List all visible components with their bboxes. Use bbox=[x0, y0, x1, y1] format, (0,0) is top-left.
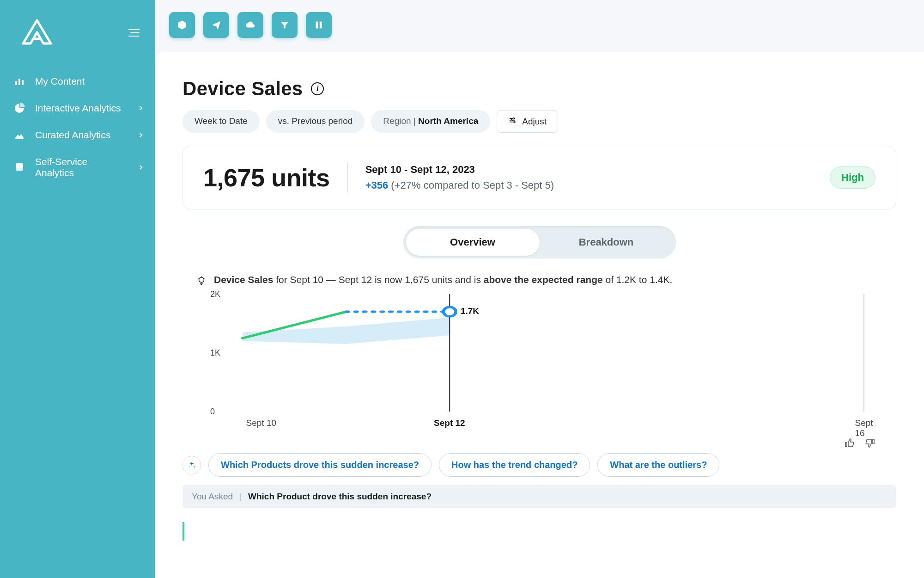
logo bbox=[20, 18, 54, 48]
answer-indent bbox=[182, 522, 896, 541]
chip-label: vs. Previous period bbox=[278, 116, 353, 126]
suggestion-chip[interactable]: What are the outliers? bbox=[597, 453, 719, 477]
content: Device Sales i Week to Date vs. Previous… bbox=[155, 52, 924, 578]
sidebar: My Content Interactive Analytics Curated… bbox=[0, 0, 155, 578]
chevron-right-icon bbox=[138, 162, 144, 173]
toolbar-send-button[interactable] bbox=[203, 12, 229, 38]
toolbar bbox=[155, 0, 924, 52]
suggestion-row: Which Products drove this sudden increas… bbox=[182, 453, 896, 477]
nav-label: My Content bbox=[35, 76, 85, 87]
y-tick: 1K bbox=[210, 348, 220, 358]
database-icon bbox=[14, 162, 25, 173]
you-asked-bar: You Asked | Which Product drove this sud… bbox=[182, 485, 896, 508]
pie-chart-icon bbox=[14, 103, 25, 114]
kpi-card: 1,675 units Sept 10 - Sept 12, 2023 +356… bbox=[182, 146, 896, 209]
sidebar-header bbox=[11, 18, 144, 48]
x-axis: Sept 10 Sept 12 Sept 16 bbox=[243, 418, 864, 429]
svg-rect-1 bbox=[18, 79, 20, 85]
tab-overview[interactable]: Overview bbox=[406, 229, 540, 256]
suggestion-chip[interactable]: How has the trend changed? bbox=[439, 453, 590, 477]
nav-label: Interactive Analytics bbox=[35, 103, 121, 114]
x-tick: Sept 16 bbox=[855, 418, 873, 438]
sliders-icon bbox=[508, 116, 517, 127]
toolbar-cloud-button[interactable] bbox=[237, 12, 263, 38]
chip-prefix: Region bbox=[383, 116, 411, 126]
kpi-value: 1,675 units bbox=[203, 163, 330, 192]
nav: My Content Interactive Analytics Curated… bbox=[11, 76, 144, 178]
feedback-row bbox=[182, 437, 896, 453]
tab-breakdown[interactable]: Breakdown bbox=[540, 229, 673, 256]
tab-switch: Overview Breakdown bbox=[403, 226, 676, 258]
adjust-label: Adjust bbox=[522, 117, 547, 127]
menu-toggle-icon[interactable] bbox=[128, 29, 140, 37]
chevron-right-icon bbox=[138, 103, 144, 114]
svg-rect-2 bbox=[22, 80, 24, 85]
svg-point-8 bbox=[514, 121, 515, 123]
main: Device Sales i Week to Date vs. Previous… bbox=[155, 0, 924, 578]
chip-region[interactable]: Region | North America bbox=[371, 110, 490, 133]
kpi-date-range: Sept 10 - Sept 12, 2023 bbox=[365, 162, 554, 178]
y-tick: 2K bbox=[210, 289, 220, 299]
ai-sparkle-button[interactable] bbox=[182, 456, 201, 474]
chart-annotation: 1.7K bbox=[461, 306, 479, 316]
sidebar-item-self-service-analytics[interactable]: Self-Service Analytics bbox=[14, 156, 144, 178]
toolbar-filter-button[interactable] bbox=[272, 12, 298, 38]
you-asked-label: You Asked bbox=[192, 492, 233, 502]
chip-compare[interactable]: vs. Previous period bbox=[266, 110, 365, 133]
svg-point-7 bbox=[511, 120, 512, 121]
lightbulb-icon bbox=[196, 276, 207, 286]
nav-label: Self-Service Analytics bbox=[35, 156, 128, 178]
svg-point-6 bbox=[513, 118, 515, 119]
toolbar-columns-button[interactable] bbox=[306, 12, 332, 38]
kpi-delta-sub: (+27% compared to Sept 3 - Sept 5) bbox=[391, 179, 554, 191]
chart-svg bbox=[243, 294, 864, 412]
kpi-detail: Sept 10 - Sept 12, 2023 +356 (+27% compa… bbox=[365, 162, 554, 193]
filter-chips: Week to Date vs. Previous period Region … bbox=[182, 110, 896, 133]
svg-rect-0 bbox=[15, 81, 17, 85]
adjust-button[interactable]: Adjust bbox=[497, 110, 558, 133]
x-tick: Sept 10 bbox=[246, 418, 277, 428]
status-badge: High bbox=[830, 166, 875, 189]
you-asked-question: Which Product drove this sudden increase… bbox=[248, 492, 432, 502]
divider bbox=[347, 162, 348, 193]
series-end-marker bbox=[444, 307, 456, 316]
thumbs-down-button[interactable] bbox=[865, 437, 876, 449]
bar-chart-icon bbox=[14, 76, 25, 87]
insight-summary: Device Sales for Sept 10 — Sept 12 is no… bbox=[196, 274, 882, 286]
chip-label: Week to Date bbox=[195, 116, 248, 126]
svg-point-9 bbox=[199, 277, 204, 283]
svg-rect-4 bbox=[316, 22, 318, 29]
x-tick: Sept 12 bbox=[434, 418, 465, 428]
chart-plot bbox=[243, 294, 864, 412]
svg-rect-5 bbox=[320, 22, 322, 29]
thumbs-up-button[interactable] bbox=[844, 437, 855, 449]
sidebar-item-my-content[interactable]: My Content bbox=[14, 76, 144, 87]
area-chart-icon bbox=[14, 129, 25, 141]
chip-date-scope[interactable]: Week to Date bbox=[182, 110, 260, 133]
sidebar-item-interactive-analytics[interactable]: Interactive Analytics bbox=[14, 103, 144, 114]
page-title: Device Sales bbox=[182, 78, 303, 100]
info-icon[interactable]: i bbox=[311, 82, 324, 95]
chart: 2K 1K 0 Sept 10 Sept 12 Sept 16 1.7K bbox=[196, 294, 882, 437]
chip-value: North America bbox=[418, 116, 478, 126]
kpi-delta: +356 bbox=[365, 179, 389, 191]
suggestion-chip[interactable]: Which Products drove this sudden increas… bbox=[208, 453, 432, 477]
y-tick: 0 bbox=[210, 407, 215, 417]
toolbar-cube-button[interactable] bbox=[169, 12, 195, 38]
sidebar-item-curated-analytics[interactable]: Curated Analytics bbox=[14, 129, 144, 141]
chevron-right-icon bbox=[138, 129, 144, 141]
insight-text: Device Sales for Sept 10 — Sept 12 is no… bbox=[214, 274, 672, 285]
page-title-row: Device Sales i bbox=[182, 78, 896, 100]
nav-label: Curated Analytics bbox=[35, 129, 110, 141]
